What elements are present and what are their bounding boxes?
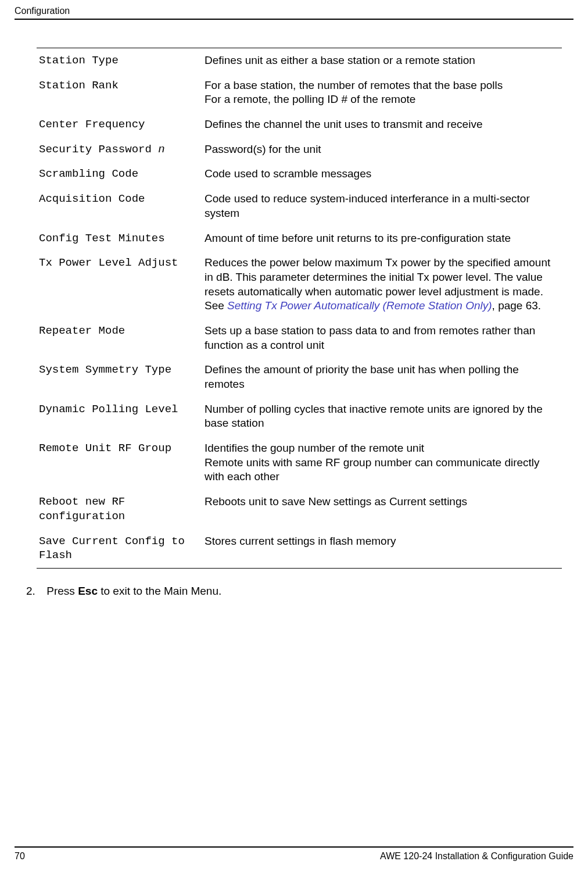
- param-name: Station Rank: [37, 78, 205, 107]
- cross-reference-link[interactable]: Setting Tx Power Automatically (Remote S…: [227, 299, 492, 312]
- param-desc: Code used to scramble messages: [205, 167, 562, 181]
- table-row: Station Type Defines unit as either a ba…: [37, 48, 562, 73]
- table-row: Acquisition Code Code used to reduce sys…: [37, 187, 562, 226]
- param-name: Config Test Minutes: [37, 231, 205, 246]
- table-row: Save Current Config to Flash Stores curr…: [37, 529, 562, 568]
- table-row: Station Rank For a base station, the num…: [37, 73, 562, 112]
- page-footer: 70 AWE 120-24 Installation & Configurati…: [15, 846, 573, 862]
- desc-line: For a remote, the polling ID # of the re…: [205, 93, 415, 105]
- param-desc: Amount of time before unit returns to it…: [205, 231, 562, 246]
- param-desc: Reduces the power below maximum Tx power…: [205, 256, 562, 313]
- page-number: 70: [15, 851, 25, 862]
- table-row: Repeater Mode Sets up a base station to …: [37, 319, 562, 358]
- table-row: Scrambling Code Code used to scramble me…: [37, 162, 562, 187]
- step-number: 2.: [26, 585, 44, 598]
- param-desc: Code used to reduce system-induced inter…: [205, 192, 562, 220]
- param-text: Security Password: [39, 143, 158, 156]
- param-desc: For a base station, the number of remote…: [205, 78, 562, 107]
- instruction-step: 2. Press Esc to exit to the Main Menu.: [26, 585, 573, 598]
- param-desc: Password(s) for the unit: [205, 142, 562, 157]
- param-italic: n: [158, 143, 164, 156]
- table-row: Config Test Minutes Amount of time befor…: [37, 226, 562, 251]
- param-desc: Number of polling cycles that inactive r…: [205, 402, 562, 431]
- table-row: Dynamic Polling Level Number of polling …: [37, 397, 562, 436]
- desc-after: , page 63.: [492, 299, 542, 312]
- key-name: Esc: [78, 585, 98, 597]
- desc-line: Identifies the goup number of the remote…: [205, 442, 424, 454]
- param-desc: Identifies the goup number of the remote…: [205, 441, 562, 484]
- param-desc: Defines the amount of priority the base …: [205, 363, 562, 391]
- param-name: Reboot new RF configuration: [37, 495, 205, 523]
- table-row: Center Frequency Defines the channel the…: [37, 112, 562, 137]
- table-row: Reboot new RF configuration Reboots unit…: [37, 489, 562, 528]
- instruction-before: Press: [46, 585, 78, 597]
- page-header: Configuration: [15, 6, 573, 20]
- footer-title: AWE 120-24 Installation & Configuration …: [380, 851, 573, 862]
- parameter-table: Station Type Defines unit as either a ba…: [37, 48, 562, 569]
- table-row: Tx Power Level Adjust Reduces the power …: [37, 251, 562, 319]
- table-row: System Symmetry Type Defines the amount …: [37, 358, 562, 396]
- param-name: Station Type: [37, 53, 205, 68]
- param-name: Scrambling Code: [37, 167, 205, 181]
- param-desc: Sets up a base station to pass data to a…: [205, 324, 562, 352]
- param-name: Dynamic Polling Level: [37, 402, 205, 431]
- desc-line: For a base station, the number of remote…: [205, 79, 503, 91]
- param-name: Center Frequency: [37, 117, 205, 132]
- param-desc: Stores current settings in flash memory: [205, 534, 562, 563]
- content: Station Type Defines unit as either a ba…: [26, 48, 573, 598]
- param-name: Repeater Mode: [37, 324, 205, 352]
- param-name: Remote Unit RF Group: [37, 441, 205, 484]
- param-name: Save Current Config to Flash: [37, 534, 205, 563]
- param-desc: Reboots unit to save New settings as Cur…: [205, 495, 562, 523]
- table-row: Security Password n Password(s) for the …: [37, 137, 562, 162]
- param-name: Tx Power Level Adjust: [37, 256, 205, 313]
- param-name: Security Password n: [37, 142, 205, 157]
- table-row: Remote Unit RF Group Identifies the goup…: [37, 436, 562, 489]
- param-desc: Defines the channel the unit uses to tra…: [205, 117, 562, 132]
- header-title: Configuration: [15, 6, 70, 16]
- param-name: System Symmetry Type: [37, 363, 205, 391]
- instruction-after: to exit to the Main Menu.: [98, 585, 221, 597]
- param-desc: Defines unit as either a base station or…: [205, 53, 562, 68]
- param-name: Acquisition Code: [37, 192, 205, 220]
- desc-line: Remote units with same RF group number c…: [205, 456, 540, 483]
